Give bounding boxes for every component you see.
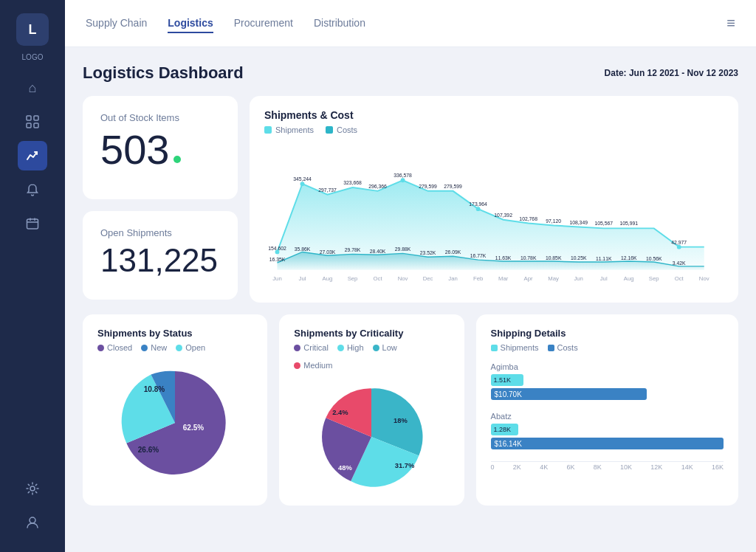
svg-text:31.7%: 31.7% (395, 462, 415, 469)
topnav: Supply Chain Logistics Procurement Distr… (65, 0, 756, 47)
out-of-stock-card: Out of Stock Items 503 (83, 96, 238, 199)
nav-procurement[interactable]: Procurement (234, 14, 293, 33)
date-range: Date: Jun 12 2021 - Nov 12 2023 (605, 68, 738, 78)
svg-text:10.8%: 10.8% (144, 385, 165, 393)
sidebar-settings[interactable] (18, 474, 47, 503)
svg-text:12.16K: 12.16K (621, 255, 637, 261)
svg-point-63 (401, 178, 405, 182)
shipments-cost-legend: Shipments Costs (264, 125, 724, 134)
svg-text:26.09K: 26.09K (445, 249, 461, 255)
legend-shipments: Shipments (264, 125, 314, 134)
menu-button[interactable]: ≡ (726, 15, 735, 32)
bar-agimba-shipments: 1.51K (491, 374, 523, 386)
svg-text:Jan: Jan (448, 275, 458, 282)
svg-text:Sep: Sep (649, 275, 659, 282)
svg-rect-3 (34, 123, 38, 128)
out-of-stock-value: 503 (100, 129, 169, 170)
page-title: Logistics Dashboard (83, 63, 244, 83)
open-shipments-title: Open Shipments (100, 227, 220, 238)
nav-supply-chain[interactable]: Supply Chain (86, 14, 147, 33)
svg-text:62.5%: 62.5% (183, 424, 204, 432)
legend-medium: Medium (294, 361, 449, 370)
svg-text:26.6%: 26.6% (138, 446, 159, 454)
open-shipments-card: Open Shipments 131,225 (83, 211, 238, 300)
svg-point-64 (476, 207, 481, 211)
bar-agimba-costs-label: $10.70K (491, 390, 522, 399)
svg-text:Sep: Sep (348, 275, 358, 282)
shipping-legend-shipments: Shipments (491, 343, 539, 352)
legend-medium-dot (294, 362, 300, 369)
svg-point-65 (677, 245, 681, 249)
svg-text:Jun: Jun (574, 275, 583, 282)
sidebar-nav: ⌂ (18, 73, 47, 474)
logo-icon[interactable]: L (16, 13, 49, 46)
svg-text:10.85K: 10.85K (546, 255, 562, 261)
legend-open-dot (176, 345, 182, 351)
bar-row-abatz-shipments: 1.28K (491, 424, 724, 435)
bar-row-agimba-costs: $10.70K (491, 388, 724, 400)
svg-text:11.11K: 11.11K (596, 256, 612, 261)
svg-text:279,599: 279,599 (444, 184, 462, 189)
svg-text:23.52K: 23.52K (420, 250, 436, 255)
svg-text:102,768: 102,768 (519, 216, 537, 221)
svg-point-8 (30, 486, 35, 491)
svg-text:279,599: 279,599 (419, 184, 437, 189)
svg-text:10.25K: 10.25K (571, 255, 587, 261)
svg-text:Jun: Jun (272, 275, 282, 282)
bar-row-agimba-shipments: 1.51K (491, 374, 724, 386)
shipping-legend-shipments-dot (491, 345, 498, 351)
svg-text:108,349: 108,349 (569, 220, 588, 225)
shipping-legend-costs-dot (548, 345, 554, 351)
svg-rect-2 (27, 123, 31, 128)
svg-text:173,964: 173,964 (469, 201, 487, 207)
shipping-details-title: Shipping Details (491, 328, 724, 339)
sidebar-grid[interactable] (18, 107, 47, 137)
svg-text:296,366: 296,366 (368, 184, 387, 189)
legend-new-dot (141, 345, 148, 351)
legend-open: Open (176, 343, 205, 352)
bar-label-agimba: Agimba (491, 362, 724, 371)
sidebar-chart[interactable] (18, 141, 47, 170)
legend-critical-dot (294, 345, 300, 351)
svg-text:2.4%: 2.4% (333, 409, 349, 416)
dashboard-body: Logistics Dashboard Date: Jun 12 2021 - … (65, 47, 756, 552)
svg-text:Mar: Mar (498, 275, 509, 282)
svg-text:11.63K: 11.63K (495, 255, 512, 261)
sidebar-home[interactable]: ⌂ (18, 73, 47, 103)
svg-text:Dec: Dec (423, 275, 433, 282)
sidebar-bell[interactable] (18, 175, 47, 204)
svg-text:29.88K: 29.88K (395, 246, 411, 252)
sidebar-calendar[interactable] (18, 209, 47, 238)
shipments-by-status-legend: Closed New Open (97, 343, 252, 352)
out-of-stock-value-row: 503 (100, 129, 220, 170)
svg-text:345,244: 345,244 (293, 176, 312, 182)
legend-shipments-dot (264, 126, 272, 134)
svg-text:Nov: Nov (398, 275, 408, 282)
bar-agimba-costs: $10.70K (491, 388, 647, 400)
bar-abatz-costs: $16.14K (491, 438, 724, 449)
date-label: Date: (605, 68, 627, 78)
svg-point-61 (275, 250, 280, 255)
dashboard-header: Logistics Dashboard Date: Jun 12 2021 - … (83, 63, 738, 83)
shipping-details-legend: Shipments Costs (491, 343, 724, 352)
bar-abatz-costs-label: $16.14K (491, 440, 522, 448)
nav-logistics[interactable]: Logistics (168, 14, 213, 33)
svg-text:323,668: 323,668 (343, 180, 362, 185)
svg-text:16.77K: 16.77K (470, 253, 487, 258)
nav-distribution[interactable]: Distribution (314, 14, 365, 33)
svg-text:105,567: 105,567 (594, 221, 613, 226)
main-content: Supply Chain Logistics Procurement Distr… (65, 0, 756, 552)
sidebar-user[interactable] (18, 508, 47, 537)
svg-text:297,737: 297,737 (318, 187, 337, 193)
svg-text:10.78K: 10.78K (520, 255, 537, 261)
legend-critical: Critical (294, 343, 329, 352)
svg-text:Aug: Aug (624, 275, 634, 282)
shipments-by-status-chart: 62.5% 26.6% 10.8% (97, 358, 252, 482)
bar-row-abatz-costs: $16.14K (491, 438, 724, 449)
svg-text:Oct: Oct (374, 275, 383, 282)
svg-text:10.56K: 10.56K (646, 256, 662, 261)
shipments-cost-title: Shipments & Cost (264, 109, 724, 121)
shipments-by-status-card: Shipments by Status Closed New Open (83, 314, 267, 506)
svg-text:97,120: 97,120 (546, 218, 561, 224)
svg-rect-0 (27, 116, 31, 120)
